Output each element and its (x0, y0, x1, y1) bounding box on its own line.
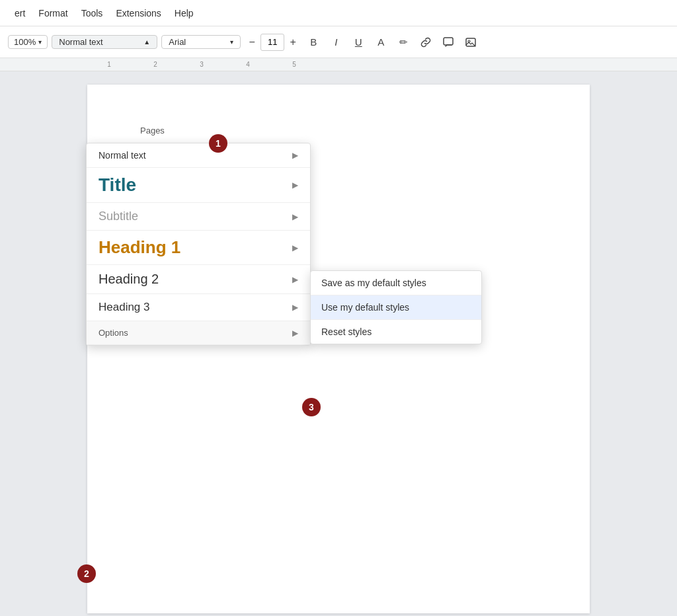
menu-ert[interactable]: ert (8, 5, 32, 21)
style-dropdown-arrow: ▲ (143, 38, 150, 46)
dropdown-h2-arrow: ▶ (292, 275, 298, 284)
ruler: 1 2 3 4 5 (0, 58, 677, 71)
style-dropdown[interactable]: Normal text ▲ (52, 35, 157, 49)
submenu-item-use[interactable]: Use my default styles (311, 295, 481, 320)
pages-label: Pages (140, 126, 165, 135)
font-arrow: ▾ (230, 38, 233, 46)
dropdown-h3-arrow: ▶ (292, 303, 298, 312)
dropdown-title-arrow: ▶ (292, 180, 298, 190)
ruler-mark-2: 2 (132, 61, 179, 68)
style-label: Normal text (59, 37, 102, 47)
dropdown-subtitle-label: Subtitle (99, 210, 138, 223)
dropdown-item-h2[interactable]: Heading 2 ▶ (87, 265, 310, 294)
dropdown-normal-label: Normal text (99, 150, 146, 161)
dropdown-title-label: Title (99, 174, 136, 196)
dropdown-item-normal[interactable]: Normal text ▶ (87, 143, 310, 168)
dropdown-subtitle-arrow: ▶ (292, 212, 298, 221)
ruler-mark-3: 3 (179, 61, 225, 68)
zoom-control[interactable]: 100% ▾ (8, 35, 48, 49)
document-area: Pages on (Type: CUSTOM_EVENT) onditions:… (0, 71, 677, 616)
font-dropdown[interactable]: Arial ▾ (161, 35, 241, 49)
svg-point-2 (468, 40, 470, 42)
highlight-button[interactable]: ✏ (394, 33, 413, 52)
font-size-area: − + (245, 34, 300, 51)
submenu-item-save[interactable]: Save as my default styles (311, 271, 481, 295)
svg-rect-0 (444, 38, 453, 45)
menu-format[interactable]: Format (32, 5, 74, 21)
italic-button[interactable]: I (327, 33, 345, 52)
comment-button[interactable] (439, 33, 458, 52)
dropdown-h3-label: Heading 3 (99, 301, 150, 314)
dropdown-options-arrow: ▶ (292, 328, 298, 338)
dropdown-options-label: Options (99, 328, 128, 338)
link-button[interactable] (417, 33, 435, 52)
toolbar: 100% ▾ Normal text ▲ Arial ▾ − + B I U A… (0, 26, 677, 58)
menu-extensions[interactable]: Extensions (109, 5, 167, 21)
menu-tools[interactable]: Tools (75, 5, 110, 21)
dropdown-item-h1[interactable]: Heading 1 ▶ (87, 231, 310, 265)
dropdown-item-options[interactable]: Options ▶ Save as my default styles Use … (87, 321, 310, 345)
dropdown-menu: 1 Normal text ▶ Title ▶ Subtitle ▶ Headi… (86, 143, 311, 346)
ruler-mark-5: 5 (271, 61, 317, 68)
dropdown-item-subtitle[interactable]: Subtitle ▶ (87, 203, 310, 231)
zoom-value: 100% (14, 37, 36, 47)
ruler-mark-1: 1 (86, 61, 132, 68)
badge-2: 2 (77, 564, 96, 583)
ruler-numbers: 1 2 3 4 5 (0, 58, 677, 71)
dropdown-overlay: 1 Normal text ▶ Title ▶ Subtitle ▶ Headi… (86, 143, 311, 346)
badge-3: 3 (302, 398, 321, 416)
dropdown-h2-label: Heading 2 (99, 272, 159, 287)
badge-1: 1 (209, 134, 227, 153)
dropdown-h1-label: Heading 1 (99, 237, 180, 258)
submenu: Save as my default styles Use my default… (310, 270, 482, 344)
zoom-arrow: ▾ (38, 38, 42, 46)
underline-button[interactable]: U (349, 33, 368, 52)
bold-button[interactable]: B (304, 33, 323, 52)
dropdown-h1-arrow: ▶ (292, 243, 298, 252)
font-size-minus[interactable]: − (245, 35, 259, 50)
dropdown-item-title[interactable]: Title ▶ (87, 168, 310, 203)
font-size-input[interactable] (260, 34, 284, 51)
menu-help[interactable]: Help (168, 5, 200, 21)
ruler-mark-4: 4 (225, 61, 271, 68)
font-label: Arial (169, 37, 186, 47)
font-size-plus[interactable]: + (286, 35, 300, 50)
image-button[interactable] (461, 33, 480, 52)
dropdown-item-h3[interactable]: Heading 3 ▶ (87, 294, 310, 321)
menu-bar: ert Format Tools Extensions Help (0, 0, 677, 26)
submenu-item-reset[interactable]: Reset styles (311, 320, 481, 344)
dropdown-normal-arrow: ▶ (292, 151, 298, 160)
text-color-button[interactable]: A (372, 33, 390, 52)
